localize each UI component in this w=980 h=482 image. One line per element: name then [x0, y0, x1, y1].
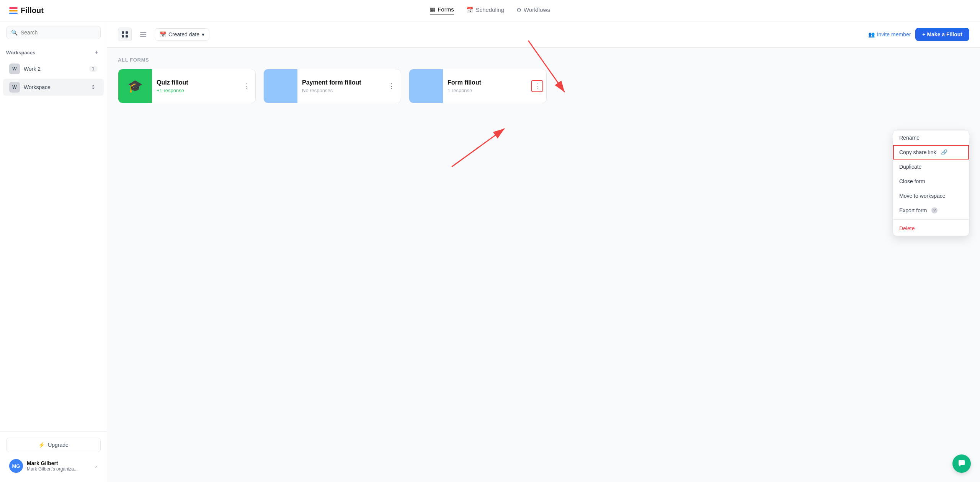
- grid-icon: [121, 31, 128, 38]
- workflows-icon: ⚙: [516, 7, 521, 13]
- make-fillout-button[interactable]: + Make a Fillout: [915, 28, 969, 41]
- invite-icon: 👥: [868, 31, 875, 37]
- svg-rect-6: [140, 36, 146, 37]
- form-responses-fillout: 1 response: [448, 88, 526, 93]
- form-menu-button-fillout[interactable]: ⋮: [531, 80, 543, 92]
- grid-view-button[interactable]: [118, 28, 132, 41]
- nav-scheduling-label: Scheduling: [476, 7, 504, 13]
- invite-label: Invite member: [877, 31, 911, 37]
- main-content: 📅 Created date ▾ 👥 Invite member + Make …: [107, 21, 980, 482]
- workspace-name-workspace: Workspace: [24, 84, 85, 90]
- sidebar: 🔍 Workspaces + W Work 2 1 W Workspace 3 …: [0, 21, 107, 482]
- context-menu-export-form[interactable]: Export form ?: [893, 203, 969, 218]
- nav-center: ▦ Forms 📅 Scheduling ⚙ Workflows: [430, 6, 550, 15]
- form-card-form-fillout[interactable]: Form fillout 1 response ⋮: [409, 69, 547, 103]
- invite-member-button[interactable]: 👥 Invite member: [868, 31, 911, 37]
- search-container[interactable]: 🔍: [6, 26, 101, 39]
- form-thumbnail-quiz: 🎓: [118, 69, 152, 103]
- form-thumbnail-payment: [264, 69, 297, 103]
- workspace-avatar-workspace: W: [9, 82, 20, 93]
- quiz-thumb-icon: 🎓: [127, 79, 143, 93]
- form-name-payment: Payment form fillout: [302, 79, 381, 86]
- form-info-quiz: Quiz fillout +1 response: [152, 73, 240, 99]
- chevron-down-icon: ⌄: [94, 463, 98, 469]
- user-org: Mark Gilbert's organiza...: [27, 466, 90, 472]
- add-workspace-button[interactable]: +: [92, 48, 101, 57]
- workspace-count-workspace: 3: [89, 84, 98, 90]
- context-menu-copy-share-link[interactable]: Copy share link 🔗: [893, 145, 969, 160]
- sidebar-item-workspace[interactable]: W Workspace 3: [3, 79, 104, 96]
- user-info: Mark Gilbert Mark Gilbert's organiza...: [27, 460, 90, 472]
- date-filter-button[interactable]: 📅 Created date ▾: [155, 28, 209, 41]
- svg-rect-2: [122, 35, 124, 37]
- form-responses-payment: No responses: [302, 88, 381, 93]
- app-name: Fillout: [21, 6, 44, 15]
- nav-scheduling[interactable]: 📅 Scheduling: [466, 7, 504, 15]
- logo-icon: [9, 7, 18, 14]
- upgrade-label: Upgrade: [48, 442, 69, 448]
- context-menu-delete[interactable]: Delete: [893, 221, 969, 236]
- svg-line-10: [452, 129, 505, 167]
- search-input[interactable]: [21, 29, 96, 36]
- user-avatar: MG: [9, 459, 23, 473]
- form-info-fillout: Form fillout 1 response: [443, 73, 531, 99]
- form-card-quiz-fillout[interactable]: 🎓 Quiz fillout +1 response ⋮: [118, 69, 256, 103]
- copy-share-link-label: Copy share link: [899, 149, 936, 155]
- top-navigation: Fillout ▦ Forms 📅 Scheduling ⚙ Workflows: [0, 0, 980, 21]
- list-icon: [140, 31, 147, 38]
- svg-rect-0: [122, 31, 124, 34]
- lightning-icon: ⚡: [38, 442, 45, 448]
- list-view-button[interactable]: [136, 28, 150, 41]
- delete-label: Delete: [899, 225, 915, 231]
- workspace-count-work2: 1: [89, 66, 98, 72]
- sidebar-footer: ⚡ Upgrade MG Mark Gilbert Mark Gilbert's…: [0, 431, 107, 482]
- rename-label: Rename: [899, 135, 920, 141]
- link-icon: 🔗: [941, 149, 947, 155]
- move-to-workspace-label: Move to workspace: [899, 193, 946, 199]
- chevron-down-icon: ▾: [202, 31, 204, 37]
- user-name: Mark Gilbert: [27, 460, 90, 466]
- main-layout: 🔍 Workspaces + W Work 2 1 W Workspace 3 …: [0, 21, 980, 482]
- user-row[interactable]: MG Mark Gilbert Mark Gilbert's organiza.…: [6, 456, 101, 476]
- chat-icon: [957, 459, 966, 468]
- menu-divider: [893, 219, 969, 220]
- toolbar-right: 👥 Invite member + Make a Fillout: [868, 28, 969, 41]
- export-form-label: Export form: [899, 207, 927, 213]
- export-help-icon: ?: [931, 207, 938, 213]
- workspace-name-work2: Work 2: [24, 66, 85, 72]
- workspaces-label: Workspaces: [6, 50, 35, 55]
- close-form-label: Close form: [899, 178, 925, 184]
- nav-workflows[interactable]: ⚙ Workflows: [516, 7, 550, 15]
- toolbar-left: 📅 Created date ▾: [118, 28, 209, 41]
- form-menu-button-payment[interactable]: ⋮: [385, 80, 398, 92]
- main-toolbar: 📅 Created date ▾ 👥 Invite member + Make …: [107, 21, 980, 48]
- forms-icon: ▦: [430, 6, 435, 13]
- context-menu-close-form[interactable]: Close form: [893, 174, 969, 189]
- form-thumbnail-fillout: [409, 69, 443, 103]
- nav-forms[interactable]: ▦ Forms: [430, 6, 454, 15]
- context-menu-duplicate[interactable]: Duplicate: [893, 160, 969, 174]
- make-label: + Make a Fillout: [922, 31, 962, 37]
- form-card-payment[interactable]: Payment form fillout No responses ⋮: [263, 69, 401, 103]
- search-icon: 🔍: [11, 29, 18, 36]
- svg-rect-4: [140, 32, 146, 33]
- svg-rect-1: [126, 31, 128, 34]
- context-menu-move-to-workspace[interactable]: Move to workspace: [893, 189, 969, 203]
- context-menu-rename[interactable]: Rename: [893, 130, 969, 145]
- form-name-quiz: Quiz fillout: [157, 79, 235, 86]
- scheduling-icon: 📅: [466, 7, 474, 13]
- duplicate-label: Duplicate: [899, 164, 921, 170]
- forms-grid: 🎓 Quiz fillout +1 response ⋮ Payment for…: [118, 69, 969, 103]
- context-menu: Rename Copy share link 🔗 Duplicate Close…: [893, 130, 969, 236]
- nav-forms-label: Forms: [438, 6, 454, 13]
- sidebar-item-work2[interactable]: W Work 2 1: [3, 60, 104, 77]
- workspace-avatar-work2: W: [9, 64, 20, 74]
- chat-bubble-button[interactable]: [952, 454, 971, 473]
- logo[interactable]: Fillout: [9, 6, 44, 15]
- svg-rect-3: [126, 35, 128, 37]
- form-menu-button-quiz[interactable]: ⋮: [240, 80, 252, 92]
- form-name-fillout: Form fillout: [448, 79, 526, 86]
- upgrade-button[interactable]: ⚡ Upgrade: [6, 438, 101, 452]
- form-info-payment: Payment form fillout No responses: [297, 73, 385, 99]
- workspaces-header: Workspaces +: [0, 44, 107, 60]
